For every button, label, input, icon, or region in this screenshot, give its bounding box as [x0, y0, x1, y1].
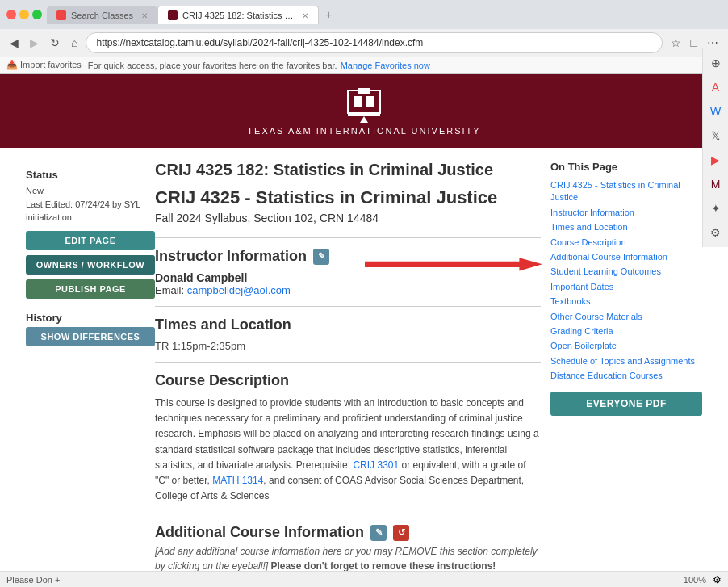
on-this-page-link-2[interactable]: Times and Location	[550, 221, 702, 233]
everyone-pdf-btn[interactable]: EVERYONE PDF	[550, 392, 702, 416]
on-this-page-panel: On This Page CRIJ 4325 - Statistics in C…	[550, 161, 702, 416]
address-bar: ◀ ▶ ↻ ⌂ ☆ □ ⋯	[0, 29, 728, 57]
owners-workflow-btn[interactable]: OWNERS / WORKFLOW	[26, 255, 155, 275]
on-this-page-link-12[interactable]: Distance Education Courses	[550, 370, 702, 382]
reload-btn[interactable]: ↻	[47, 35, 63, 51]
instructor-section: Instructor Information ✎ Donald Campbell…	[155, 248, 541, 296]
instructor-name: Donald Campbell	[155, 271, 541, 284]
tab-2-close[interactable]: ✕	[302, 11, 308, 20]
edge-sidebar-btn-5[interactable]: ▶	[705, 149, 727, 171]
page-title-bar: CRIJ 4325 182: Statistics in Criminal Ju…	[155, 148, 541, 187]
status-bar: Please Don + 100% ⚙	[0, 571, 728, 587]
on-this-page-item-12: Distance Education Courses	[550, 370, 702, 382]
last-edited: Last Edited: 07/24/24 by SYL	[26, 199, 141, 209]
initialization: initialization	[26, 212, 72, 222]
edge-sidebar-settings[interactable]: ⚙	[705, 221, 727, 244]
divider-4	[155, 514, 541, 514]
center-content: CRIJ 4325 182: Statistics in Criminal Ju…	[155, 148, 541, 573]
course-main-title: CRIJ 4325 - Statistics in Criminal Justi…	[155, 187, 541, 208]
window-max-btn[interactable]	[32, 10, 42, 19]
edge-sidebar-btn-3[interactable]: W	[705, 100, 727, 123]
on-this-page-item-2: Times and Location	[550, 221, 702, 233]
browser-chrome: Search Classes ✕ CRIJ 4325 182: Statisti…	[0, 0, 728, 74]
on-this-page-item-6: Important Dates	[550, 281, 702, 293]
divider-3	[155, 362, 541, 363]
times-value: TR 1:15pm-2:35pm	[155, 340, 541, 352]
on-this-page-link-5[interactable]: Student Learning Outcomes	[550, 266, 702, 278]
url-bar[interactable]	[86, 32, 662, 53]
collections-btn[interactable]: □	[688, 35, 701, 51]
math1314-link[interactable]: MATH 1314	[212, 475, 263, 486]
additional-info-heading: Additional Course Information ✎ ↺	[155, 524, 541, 541]
svg-marker-5	[360, 116, 368, 123]
description-heading: Course Description	[155, 372, 541, 389]
window-close-btn[interactable]	[6, 10, 16, 19]
home-btn[interactable]: ⌂	[68, 35, 81, 51]
edge-sidebar-btn-6[interactable]: M	[705, 173, 727, 195]
on-this-page-item-9: Grading Criteria	[550, 325, 702, 338]
left-sidebar: Status New Last Edited: 07/24/24 by SYL …	[26, 148, 155, 573]
right-sidebar: On This Page CRIJ 4325 - Statistics in C…	[541, 148, 702, 573]
on-this-page-list: CRIJ 4325 - Statistics in Criminal Justi…	[550, 179, 702, 382]
svg-marker-4	[348, 113, 380, 116]
crij3301-link[interactable]: CRIJ 3301	[353, 459, 399, 471]
description-text: This course is designed to provide stude…	[155, 396, 541, 504]
additional-info-edit-icon[interactable]: ✎	[370, 525, 387, 541]
edge-sidebar-btn-7[interactable]: ✦	[705, 197, 727, 220]
on-this-page-link-0[interactable]: CRIJ 4325 - Statistics in Criminal Justi…	[550, 179, 702, 204]
university-logo-svg	[344, 86, 384, 123]
instructor-email-link[interactable]: campbelldej@aol.com	[187, 284, 291, 296]
times-heading: Times and Location	[155, 317, 541, 333]
publish-page-btn[interactable]: PUBLISH PAGE	[26, 279, 155, 299]
edit-page-btn[interactable]: EDIT PAGE	[26, 231, 155, 250]
settings-gear-icon[interactable]: ⚙	[713, 574, 722, 585]
university-header: TEXAS A&M INTERNATIONAL UNIVERSITY	[0, 74, 728, 148]
status-bar-right: 100% ⚙	[684, 574, 722, 585]
tab-2[interactable]: CRIJ 4325 182: Statistics in Crim... ✕	[157, 6, 319, 24]
on-this-page-link-11[interactable]: Schedule of Topics and Assignments	[550, 355, 702, 367]
on-this-page-item-10: Open Boilerplate	[550, 340, 702, 352]
university-logo: TEXAS A&M INTERNATIONAL UNIVERSITY	[247, 86, 480, 136]
on-this-page-link-1[interactable]: Instructor Information	[550, 207, 702, 219]
star-btn[interactable]: ☆	[667, 35, 684, 51]
description-section: Course Description This course is design…	[155, 372, 541, 504]
window-min-btn[interactable]	[19, 10, 29, 19]
on-this-page-title: On This Page	[550, 161, 702, 173]
on-this-page-link-3[interactable]: Course Description	[550, 237, 702, 249]
window-controls	[6, 10, 42, 19]
edge-sidebar-btn-2[interactable]: A	[705, 76, 727, 99]
status-new: New	[26, 186, 44, 195]
edge-sidebar-btn-1[interactable]: ⊕	[705, 52, 727, 74]
back-btn[interactable]: ◀	[6, 35, 22, 51]
history-section: History SHOW DIFFERENCES	[26, 312, 155, 346]
on-this-page-item-1: Instructor Information	[550, 207, 702, 219]
on-this-page-link-10[interactable]: Open Boilerplate	[550, 340, 702, 352]
on-this-page-link-9[interactable]: Grading Criteria	[550, 325, 702, 338]
forward-btn[interactable]: ▶	[27, 35, 42, 51]
on-this-page-link-4[interactable]: Additional Course Information	[550, 251, 702, 263]
svg-rect-2	[366, 96, 374, 107]
additional-info-section: Additional Course Information ✎ ↺ [Add a…	[155, 524, 541, 573]
on-this-page-item-0: CRIJ 4325 - Statistics in Criminal Justi…	[550, 179, 702, 204]
status-label: Status	[26, 169, 155, 181]
on-this-page-link-8[interactable]: Other Course Materials	[550, 311, 702, 323]
on-this-page-link-6[interactable]: Important Dates	[550, 281, 702, 293]
edge-sidebar-btn-4[interactable]: 𝕏	[705, 124, 727, 147]
tab-1-close[interactable]: ✕	[141, 11, 148, 20]
favorites-instructions: For quick access, place your favorites h…	[88, 61, 337, 70]
status-bar-text: Please Don +	[6, 575, 60, 585]
course-subtitle: Fall 2024 Syllabus, Section 102, CRN 144…	[155, 212, 541, 224]
additional-info-text: [Add any additional course information h…	[155, 544, 541, 573]
new-tab-btn[interactable]: +	[319, 5, 338, 24]
show-differences-btn[interactable]: SHOW DIFFERENCES	[26, 327, 155, 346]
on-this-page-item-7: Textbooks	[550, 296, 702, 308]
manage-favorites-link[interactable]: Manage Favorites now	[341, 61, 430, 70]
tab-1-label: Search Classes	[71, 10, 133, 20]
divider-1	[155, 237, 541, 238]
divider-2	[155, 306, 541, 307]
instructor-edit-icon[interactable]: ✎	[313, 249, 329, 265]
import-favorites: 📥 Import favorites	[6, 60, 82, 70]
tab-1[interactable]: Search Classes ✕	[47, 6, 157, 24]
on-this-page-link-7[interactable]: Textbooks	[550, 296, 702, 308]
additional-info-remove-icon[interactable]: ↺	[393, 525, 409, 541]
